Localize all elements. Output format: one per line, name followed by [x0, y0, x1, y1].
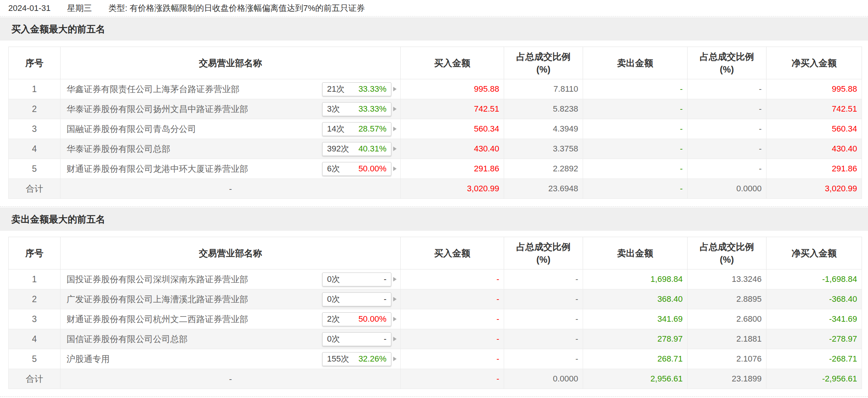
chevron-right-icon: [393, 337, 397, 341]
sell-ratio-cell: 2.1076: [688, 349, 767, 369]
branch-stats: 21次33.33%: [322, 82, 397, 96]
branch-stats-badge[interactable]: 0次-: [322, 332, 391, 346]
header-row: 序号 交易营业部名称 买入金额 占总成交比例 (%) 卖出金额 占总成交比例 (…: [9, 47, 862, 79]
net-amount-cell: -1,698.84: [767, 269, 862, 289]
col-branch-name: 交易营业部名称: [61, 237, 401, 269]
branch-stats-badge[interactable]: 6次50.00%: [322, 162, 391, 176]
rank-cell: 3: [9, 309, 61, 329]
section-title-sell-top5: 卖出金额最大的前五名: [0, 207, 868, 231]
branch-stats: 0次-: [322, 332, 397, 346]
rank-cell: 1: [9, 79, 61, 99]
branch-name: 华泰证券股份有限公司总部: [67, 143, 170, 155]
branch-name: 国信证券股份有限公司公司总部: [67, 333, 188, 345]
badge-count: 6次: [327, 163, 340, 174]
net-amount-cell: 430.40: [767, 139, 862, 159]
buy-ratio-cell: -: [504, 329, 583, 349]
col-buy-ratio: 占总成交比例 (%): [504, 47, 583, 79]
sell-ratio-cell: 2.8895: [688, 289, 767, 309]
buy-ratio-cell: 0.0000: [504, 369, 583, 389]
rank-cell: 5: [9, 349, 61, 369]
rank-cell: 合计: [9, 179, 61, 199]
chevron-right-icon: [393, 277, 397, 281]
branch-stats-badge[interactable]: 14次28.57%: [322, 122, 391, 136]
sell-amount-cell: 368.40: [583, 289, 688, 309]
branch-name: 沪股通专用: [67, 353, 110, 365]
net-amount-cell: -278.97: [767, 329, 862, 349]
rank-cell: 5: [9, 159, 61, 179]
badge-count: 21次: [327, 83, 344, 95]
branch-name-cell: 国融证券股份有限公司青岛分公司14次28.57%: [61, 119, 401, 139]
col-net-amount: 净买入金额: [767, 237, 862, 269]
buy-ratio-cell: 4.3949: [504, 119, 583, 139]
col-branch-name: 交易营业部名称: [61, 47, 401, 79]
table-row: 1国投证券股份有限公司深圳深南东路证券营业部0次---1,698.8413.32…: [9, 269, 862, 289]
badge-count: 392次: [327, 143, 349, 154]
branch-stats: 0次-: [322, 292, 397, 306]
buy-ratio-cell: 23.6948: [504, 179, 583, 199]
sell-ratio-cell: -: [688, 99, 767, 119]
col-buy-amount: 买入金额: [401, 47, 504, 79]
sell-ratio-cell: 23.1899: [688, 369, 767, 389]
total-branch-placeholder: -: [61, 369, 401, 389]
sell-ratio-cell: -: [688, 119, 767, 139]
rank-cell: 合计: [9, 369, 61, 389]
col-sell-amount: 卖出金额: [583, 47, 688, 79]
buy-ratio-cell: -: [504, 309, 583, 329]
buy-ratio-cell: 2.2892: [504, 159, 583, 179]
badge-percent: 50.00%: [358, 314, 386, 324]
sell-ratio-cell: 2.6800: [688, 309, 767, 329]
badge-percent: 33.33%: [358, 84, 386, 94]
table-row: 5财通证券股份有限公司龙港中环大厦证券营业部6次50.00%291.862.28…: [9, 159, 862, 179]
branch-stats-badge[interactable]: 155次32.26%: [322, 352, 391, 366]
net-amount-cell: -368.40: [767, 289, 862, 309]
table-row: 3财通证券股份有限公司杭州文二西路证券营业部2次50.00%--341.692.…: [9, 309, 862, 329]
sell-top5-table: 序号 交易营业部名称 买入金额 占总成交比例 (%) 卖出金额 占总成交比例 (…: [8, 237, 862, 389]
sell-amount-cell: -: [583, 119, 688, 139]
sell-amount-cell: -: [583, 179, 688, 199]
badge-percent: 40.31%: [358, 144, 386, 154]
badge-percent: 50.00%: [358, 164, 386, 174]
branch-name-cell: 华鑫证券有限责任公司上海茅台路证券营业部21次33.33%: [61, 79, 401, 99]
branch-name: 财通证券股份有限公司龙港中环大厦证券营业部: [67, 163, 248, 175]
branch-stats: 3次33.33%: [322, 102, 397, 116]
branch-name-cell: 华泰证券股份有限公司扬州文昌中路证券营业部3次33.33%: [61, 99, 401, 119]
branch-stats-badge[interactable]: 2次50.00%: [322, 312, 391, 326]
col-buy-ratio: 占总成交比例 (%): [504, 237, 583, 269]
net-amount-cell: -341.69: [767, 309, 862, 329]
branch-stats-badge[interactable]: 3次33.33%: [322, 102, 391, 116]
sell-amount-cell: -: [583, 159, 688, 179]
chevron-right-icon: [393, 127, 397, 131]
col-sell-ratio: 占总成交比例 (%): [688, 47, 767, 79]
buy-amount-cell: -: [401, 289, 504, 309]
branch-stats-badge[interactable]: 21次33.33%: [322, 82, 391, 96]
net-amount-cell: -268.71: [767, 349, 862, 369]
col-sell-ratio: 占总成交比例 (%): [688, 237, 767, 269]
rank-cell: 4: [9, 329, 61, 349]
branch-stats: 14次28.57%: [322, 122, 397, 136]
sell-amount-cell: 268.71: [583, 349, 688, 369]
branch-name: 财通证券股份有限公司杭州文二西路证券营业部: [67, 313, 248, 325]
total-row: 合计-3,020.9923.6948-0.00003,020.99: [9, 179, 862, 199]
buy-ratio-cell: -: [504, 349, 583, 369]
branch-stats-badge[interactable]: 392次40.31%: [322, 142, 391, 156]
table-row: 2广发证券股份有限公司上海漕溪北路证券营业部0次---368.402.8895-…: [9, 289, 862, 309]
sell-amount-cell: -: [583, 99, 688, 119]
report-date: 2024-01-31: [8, 3, 51, 13]
branch-stats-badge[interactable]: 0次-: [322, 292, 391, 306]
sell-ratio-cell: 13.3246: [688, 269, 767, 289]
buy-ratio-cell: 7.8110: [504, 79, 583, 99]
total-row: 合计--0.00002,956.6123.1899-2,956.61: [9, 369, 862, 389]
badge-percent: 32.26%: [358, 354, 386, 364]
buy-amount-cell: 291.86: [401, 159, 504, 179]
branch-stats-badge[interactable]: 0次-: [322, 272, 391, 286]
branch-name-cell: 国投证券股份有限公司深圳深南东路证券营业部0次-: [61, 269, 401, 289]
badge-count: 0次: [327, 274, 340, 285]
col-sell-amount: 卖出金额: [583, 237, 688, 269]
branch-stats: 0次-: [322, 272, 397, 286]
rank-cell: 1: [9, 269, 61, 289]
table-row: 4华泰证券股份有限公司总部392次40.31%430.403.3758--430…: [9, 139, 862, 159]
net-amount-cell: 3,020.99: [767, 179, 862, 199]
badge-count: 0次: [327, 294, 340, 305]
chevron-right-icon: [393, 87, 397, 91]
chevron-right-icon: [393, 297, 397, 301]
